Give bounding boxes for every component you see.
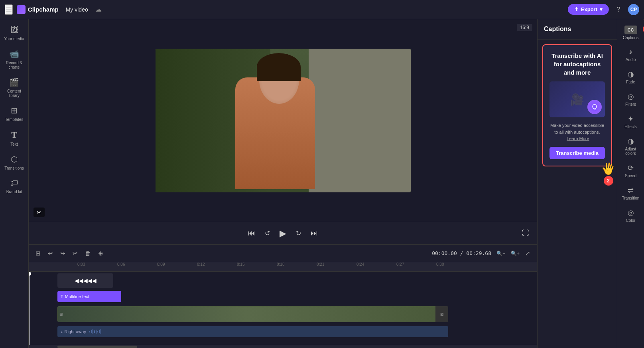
export-button[interactable]: ⬆ Export ▾ (568, 4, 609, 15)
logo-icon (17, 5, 26, 14)
sidebar-item-brand-kit[interactable]: 🏷 Brand kit (2, 175, 27, 197)
svg-rect-2 (93, 329, 93, 334)
expand-timeline-button[interactable]: ⤢ (523, 249, 532, 258)
transcribe-media-button[interactable]: Transcribe media (549, 147, 605, 159)
captions-title: Captions (544, 26, 571, 32)
timeline-select-button[interactable]: ⊞ (33, 249, 43, 258)
rewind-button[interactable]: ↺ (263, 228, 272, 239)
forward-button[interactable]: ↻ (294, 228, 303, 239)
templates-icon: ⊞ (11, 106, 18, 115)
delete-button[interactable]: 🗑 (83, 249, 93, 258)
play-button[interactable]: ▶ (278, 227, 288, 240)
svg-rect-5 (97, 331, 98, 332)
zoom-controls: 🔍− 🔍+ ⤢ (494, 249, 532, 258)
playback-bar: ⏮ ↺ ▶ ↻ ⏭ ⛶ (29, 222, 537, 244)
text-icon: T (11, 130, 17, 140)
audio-tool-icon: ♪ (629, 48, 632, 56)
skip-forward-button[interactable]: ⏭ (309, 227, 319, 239)
video-track-clip[interactable]: ⊞ ⊠ (57, 306, 448, 322)
ruler-mark-18: 0:18 (277, 262, 284, 267)
captions-panel: Captions Transcribe with AI for autocapt… (537, 19, 617, 348)
main-layout: 🖼 Your media 📹 Record &create 🎬 Content … (0, 19, 644, 348)
hand-cursor-2: 🖐 (600, 161, 616, 176)
rs-item-adjust-colors[interactable]: ◑ Adjust colors (619, 134, 643, 159)
audio-track-clip[interactable]: ♪ Right away (57, 326, 448, 337)
zoom-in-button[interactable]: 🔍+ (509, 249, 522, 257)
rs-item-speed[interactable]: ⟳ Speed (619, 160, 643, 181)
sidebar-item-text[interactable]: T Text (2, 127, 27, 150)
time-display: 00:00.00 / 00:29.68 (432, 250, 491, 256)
rs-label-captions: Captions (623, 36, 638, 40)
sidebar-item-transitions[interactable]: ⬡ Transitions (2, 151, 27, 174)
audio-icon: ♪ (61, 329, 63, 334)
sidebar-item-your-media[interactable]: 🖼 Your media (2, 22, 27, 44)
sidebar-item-content-library[interactable]: 🎬 Content library (2, 74, 27, 101)
text-track: T Multiline text (57, 289, 537, 304)
rs-label-effects: Effects (624, 125, 636, 129)
captions-card-heading: Transcribe with AI for autocaptions and … (549, 51, 605, 77)
svg-rect-4 (96, 330, 97, 334)
topbar-left: ☰ Clipchamp My video ☁ (5, 4, 102, 15)
hamburger-button[interactable]: ☰ (5, 4, 13, 15)
topbar-right: ⬆ Export ▾ ? CP (568, 4, 639, 15)
text-track-label: Multiline text (65, 294, 89, 299)
redo-button[interactable]: ↪ (58, 249, 67, 258)
rs-item-audio[interactable]: ♪ Audio (619, 45, 643, 65)
effects-icon: ✦ (628, 115, 634, 123)
skip-back-button[interactable]: ⏮ (246, 227, 257, 239)
scrollbar-thumb[interactable] (57, 346, 137, 348)
undo-button[interactable]: ↩ (46, 249, 55, 258)
zoom-out-button[interactable]: 🔍− (494, 249, 507, 257)
sidebar-item-label: Content library (4, 89, 25, 98)
topbar: ☰ Clipchamp My video ☁ ⬆ Export ▾ ? CP (0, 0, 644, 19)
cut-button[interactable]: ✂ (71, 249, 80, 258)
captions-panel-header: Captions (538, 19, 617, 40)
add-button[interactable]: ⊕ (96, 249, 105, 258)
rs-label-fade: Fade (626, 80, 635, 84)
adjust-colors-icon: ◑ (628, 137, 634, 146)
text-track-clip[interactable]: T Multiline text (57, 291, 121, 302)
left-sidebar: 🖼 Your media 📹 Record &create 🎬 Content … (0, 19, 29, 348)
rs-item-transition[interactable]: ⇌ Transition (619, 183, 643, 204)
rs-item-effects[interactable]: ✦ Effects (619, 111, 643, 132)
sidebar-item-label: Text (10, 142, 18, 146)
crop-button[interactable]: ✂ (33, 208, 45, 217)
rs-item-fade[interactable]: ◑ Fade (619, 67, 643, 87)
ruler-mark-30: 0:30 (436, 262, 444, 267)
motion-track-clip[interactable]: ◀◀◀◀◀ (57, 273, 113, 288)
transition-icon: ⇌ (628, 186, 634, 195)
timeline-area: ⊞ ↩ ↪ ✂ 🗑 ⊕ 00:00.00 / 00:29.68 🔍− 🔍+ ⤢ (29, 244, 537, 348)
total-time: 00:29.68 (466, 250, 491, 256)
rs-label-transition: Transition (622, 196, 640, 200)
captions-card-description: Make your video accessible to all with a… (549, 122, 605, 142)
export-icon: ⬆ (574, 6, 579, 12)
fullscreen-button[interactable]: ⛶ (520, 227, 531, 239)
fade-icon: ◑ (628, 70, 634, 79)
annotation-number-2: 2 (604, 176, 613, 186)
export-chevron: ▾ (600, 6, 603, 12)
rs-item-color[interactable]: ◎ Color (619, 205, 643, 226)
app-name: Clipchamp (28, 6, 59, 13)
ruler-mark-21: 0:21 (317, 262, 324, 267)
rs-item-captions[interactable]: CC Captions 🖐 1 (619, 22, 643, 43)
aspect-ratio-badge: 16:9 (517, 24, 532, 31)
video-title[interactable]: My video (63, 5, 91, 14)
preview-tools-left: ✂ (33, 208, 45, 217)
sidebar-item-record-create[interactable]: 📹 Record &create (2, 46, 27, 73)
timeline-needle (29, 272, 30, 345)
timeline-scrollbar[interactable] (29, 345, 537, 348)
record-icon: 📹 (9, 49, 19, 59)
ruler-mark-3: 0:03 (77, 262, 85, 267)
rs-item-filters[interactable]: ◎ Filters (619, 89, 643, 110)
ruler-mark-15: 0:15 (237, 262, 244, 267)
current-time: 00:00.00 (432, 250, 457, 256)
learn-more-link[interactable]: Learn More (567, 136, 589, 141)
sidebar-item-label: Templates (5, 117, 24, 122)
help-button[interactable]: ? (613, 4, 624, 15)
sidebar-item-templates[interactable]: ⊞ Templates (2, 103, 27, 125)
preview-area: 16:9 ✂ (29, 19, 537, 222)
avatar[interactable]: CP (628, 4, 639, 15)
sidebar-item-label: Record &create (6, 61, 23, 69)
right-sidebar: CC Captions 🖐 1 ♪ Audio ◑ Fade ◎ Filters… (617, 19, 644, 348)
content-library-icon: 🎬 (9, 77, 19, 87)
